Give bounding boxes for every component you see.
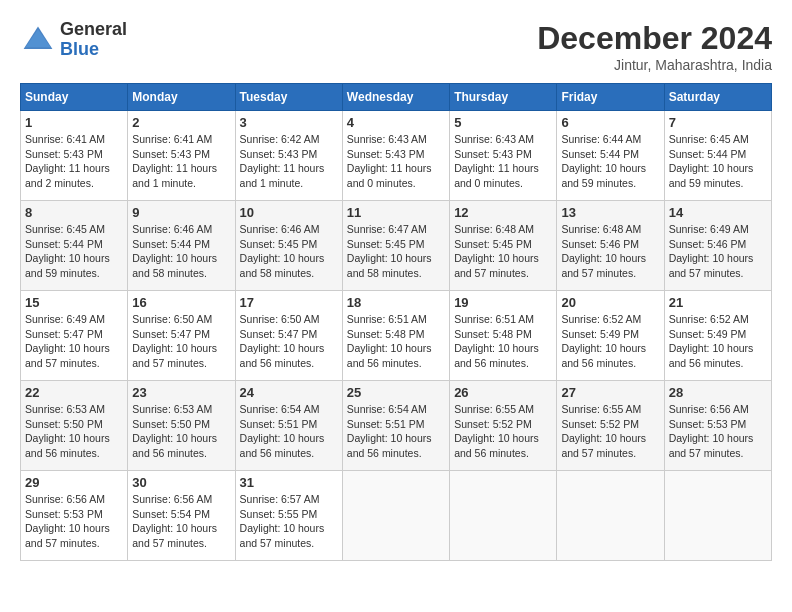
day-info: Sunrise: 6:51 AMSunset: 5:48 PMDaylight:…	[347, 312, 445, 371]
calendar-week-1: 1Sunrise: 6:41 AMSunset: 5:43 PMDaylight…	[21, 111, 772, 201]
day-number: 20	[561, 295, 659, 310]
day-number: 25	[347, 385, 445, 400]
calendar-cell: 2Sunrise: 6:41 AMSunset: 5:43 PMDaylight…	[128, 111, 235, 201]
day-number: 15	[25, 295, 123, 310]
calendar-cell	[557, 471, 664, 561]
calendar-cell: 3Sunrise: 6:42 AMSunset: 5:43 PMDaylight…	[235, 111, 342, 201]
day-info: Sunrise: 6:42 AMSunset: 5:43 PMDaylight:…	[240, 132, 338, 191]
day-number: 22	[25, 385, 123, 400]
day-info: Sunrise: 6:51 AMSunset: 5:48 PMDaylight:…	[454, 312, 552, 371]
day-info: Sunrise: 6:48 AMSunset: 5:45 PMDaylight:…	[454, 222, 552, 281]
day-number: 23	[132, 385, 230, 400]
logo-blue: Blue	[60, 40, 127, 60]
calendar-table: SundayMondayTuesdayWednesdayThursdayFrid…	[20, 83, 772, 561]
day-number: 28	[669, 385, 767, 400]
calendar-cell: 12Sunrise: 6:48 AMSunset: 5:45 PMDayligh…	[450, 201, 557, 291]
day-number: 31	[240, 475, 338, 490]
calendar-cell: 31Sunrise: 6:57 AMSunset: 5:55 PMDayligh…	[235, 471, 342, 561]
month-year-title: December 2024	[537, 20, 772, 57]
day-info: Sunrise: 6:49 AMSunset: 5:46 PMDaylight:…	[669, 222, 767, 281]
day-number: 4	[347, 115, 445, 130]
logo-general: General	[60, 20, 127, 40]
calendar-cell: 25Sunrise: 6:54 AMSunset: 5:51 PMDayligh…	[342, 381, 449, 471]
day-number: 30	[132, 475, 230, 490]
day-info: Sunrise: 6:56 AMSunset: 5:53 PMDaylight:…	[669, 402, 767, 461]
calendar-cell: 13Sunrise: 6:48 AMSunset: 5:46 PMDayligh…	[557, 201, 664, 291]
day-info: Sunrise: 6:57 AMSunset: 5:55 PMDaylight:…	[240, 492, 338, 551]
day-info: Sunrise: 6:41 AMSunset: 5:43 PMDaylight:…	[132, 132, 230, 191]
weekday-header-monday: Monday	[128, 84, 235, 111]
calendar-cell: 6Sunrise: 6:44 AMSunset: 5:44 PMDaylight…	[557, 111, 664, 201]
calendar-cell: 29Sunrise: 6:56 AMSunset: 5:53 PMDayligh…	[21, 471, 128, 561]
day-number: 10	[240, 205, 338, 220]
calendar-cell: 10Sunrise: 6:46 AMSunset: 5:45 PMDayligh…	[235, 201, 342, 291]
calendar-cell: 27Sunrise: 6:55 AMSunset: 5:52 PMDayligh…	[557, 381, 664, 471]
weekday-header-saturday: Saturday	[664, 84, 771, 111]
logo-icon	[20, 22, 56, 58]
day-number: 9	[132, 205, 230, 220]
calendar-cell: 21Sunrise: 6:52 AMSunset: 5:49 PMDayligh…	[664, 291, 771, 381]
weekday-header-wednesday: Wednesday	[342, 84, 449, 111]
day-info: Sunrise: 6:55 AMSunset: 5:52 PMDaylight:…	[561, 402, 659, 461]
calendar-cell: 30Sunrise: 6:56 AMSunset: 5:54 PMDayligh…	[128, 471, 235, 561]
calendar-cell: 20Sunrise: 6:52 AMSunset: 5:49 PMDayligh…	[557, 291, 664, 381]
day-number: 18	[347, 295, 445, 310]
day-info: Sunrise: 6:46 AMSunset: 5:44 PMDaylight:…	[132, 222, 230, 281]
day-number: 29	[25, 475, 123, 490]
day-info: Sunrise: 6:47 AMSunset: 5:45 PMDaylight:…	[347, 222, 445, 281]
location-subtitle: Jintur, Maharashtra, India	[537, 57, 772, 73]
day-info: Sunrise: 6:50 AMSunset: 5:47 PMDaylight:…	[132, 312, 230, 371]
calendar-week-3: 15Sunrise: 6:49 AMSunset: 5:47 PMDayligh…	[21, 291, 772, 381]
day-info: Sunrise: 6:45 AMSunset: 5:44 PMDaylight:…	[669, 132, 767, 191]
calendar-cell: 16Sunrise: 6:50 AMSunset: 5:47 PMDayligh…	[128, 291, 235, 381]
day-number: 2	[132, 115, 230, 130]
day-number: 17	[240, 295, 338, 310]
weekday-header-sunday: Sunday	[21, 84, 128, 111]
title-area: December 2024 Jintur, Maharashtra, India	[537, 20, 772, 73]
page-header: General Blue December 2024 Jintur, Mahar…	[20, 20, 772, 73]
calendar-cell: 7Sunrise: 6:45 AMSunset: 5:44 PMDaylight…	[664, 111, 771, 201]
calendar-cell: 17Sunrise: 6:50 AMSunset: 5:47 PMDayligh…	[235, 291, 342, 381]
day-number: 27	[561, 385, 659, 400]
day-info: Sunrise: 6:52 AMSunset: 5:49 PMDaylight:…	[561, 312, 659, 371]
weekday-header-friday: Friday	[557, 84, 664, 111]
calendar-cell	[450, 471, 557, 561]
calendar-cell: 19Sunrise: 6:51 AMSunset: 5:48 PMDayligh…	[450, 291, 557, 381]
calendar-cell	[664, 471, 771, 561]
calendar-cell: 28Sunrise: 6:56 AMSunset: 5:53 PMDayligh…	[664, 381, 771, 471]
calendar-cell: 11Sunrise: 6:47 AMSunset: 5:45 PMDayligh…	[342, 201, 449, 291]
calendar-week-5: 29Sunrise: 6:56 AMSunset: 5:53 PMDayligh…	[21, 471, 772, 561]
day-number: 11	[347, 205, 445, 220]
day-info: Sunrise: 6:43 AMSunset: 5:43 PMDaylight:…	[347, 132, 445, 191]
calendar-week-4: 22Sunrise: 6:53 AMSunset: 5:50 PMDayligh…	[21, 381, 772, 471]
calendar-cell: 8Sunrise: 6:45 AMSunset: 5:44 PMDaylight…	[21, 201, 128, 291]
day-info: Sunrise: 6:54 AMSunset: 5:51 PMDaylight:…	[240, 402, 338, 461]
calendar-cell: 1Sunrise: 6:41 AMSunset: 5:43 PMDaylight…	[21, 111, 128, 201]
weekday-header-row: SundayMondayTuesdayWednesdayThursdayFrid…	[21, 84, 772, 111]
weekday-header-tuesday: Tuesday	[235, 84, 342, 111]
day-number: 6	[561, 115, 659, 130]
day-info: Sunrise: 6:56 AMSunset: 5:53 PMDaylight:…	[25, 492, 123, 551]
day-info: Sunrise: 6:43 AMSunset: 5:43 PMDaylight:…	[454, 132, 552, 191]
calendar-cell: 18Sunrise: 6:51 AMSunset: 5:48 PMDayligh…	[342, 291, 449, 381]
day-info: Sunrise: 6:52 AMSunset: 5:49 PMDaylight:…	[669, 312, 767, 371]
calendar-cell: 4Sunrise: 6:43 AMSunset: 5:43 PMDaylight…	[342, 111, 449, 201]
day-info: Sunrise: 6:44 AMSunset: 5:44 PMDaylight:…	[561, 132, 659, 191]
calendar-cell: 22Sunrise: 6:53 AMSunset: 5:50 PMDayligh…	[21, 381, 128, 471]
calendar-cell: 9Sunrise: 6:46 AMSunset: 5:44 PMDaylight…	[128, 201, 235, 291]
day-info: Sunrise: 6:48 AMSunset: 5:46 PMDaylight:…	[561, 222, 659, 281]
day-number: 21	[669, 295, 767, 310]
calendar-cell: 26Sunrise: 6:55 AMSunset: 5:52 PMDayligh…	[450, 381, 557, 471]
day-number: 3	[240, 115, 338, 130]
day-info: Sunrise: 6:53 AMSunset: 5:50 PMDaylight:…	[25, 402, 123, 461]
calendar-cell: 5Sunrise: 6:43 AMSunset: 5:43 PMDaylight…	[450, 111, 557, 201]
day-number: 7	[669, 115, 767, 130]
day-info: Sunrise: 6:41 AMSunset: 5:43 PMDaylight:…	[25, 132, 123, 191]
day-info: Sunrise: 6:45 AMSunset: 5:44 PMDaylight:…	[25, 222, 123, 281]
calendar-cell	[342, 471, 449, 561]
calendar-week-2: 8Sunrise: 6:45 AMSunset: 5:44 PMDaylight…	[21, 201, 772, 291]
day-number: 24	[240, 385, 338, 400]
day-info: Sunrise: 6:56 AMSunset: 5:54 PMDaylight:…	[132, 492, 230, 551]
day-number: 5	[454, 115, 552, 130]
day-number: 19	[454, 295, 552, 310]
